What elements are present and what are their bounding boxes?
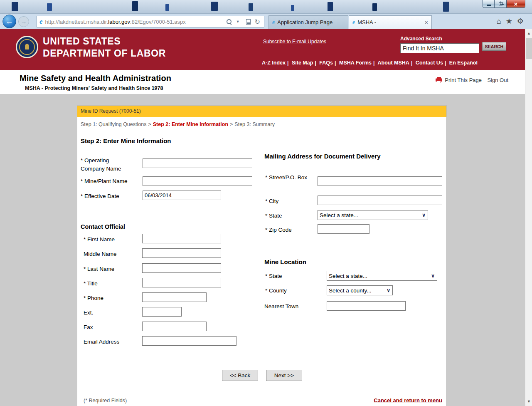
subscribe-updates-link[interactable]: Subscribe to E-mail Updates bbox=[263, 39, 326, 45]
tab-msha[interactable]: e MSHA - × bbox=[349, 15, 432, 29]
ext-label: Ext. bbox=[84, 309, 93, 317]
select-arrow-icon: ∨ bbox=[422, 212, 426, 218]
desktop-artifact bbox=[291, 5, 294, 11]
vertical-scrollbar[interactable]: ▲ ▼ bbox=[525, 29, 532, 406]
msha-subheader: Mine Safety and Health Administration MS… bbox=[0, 70, 525, 94]
desktop-artifact bbox=[47, 3, 52, 11]
mine-location-heading: Mine Location bbox=[264, 258, 306, 265]
page-title: Mine Safety and Health Administration bbox=[20, 74, 171, 83]
first-name-input[interactable] bbox=[142, 234, 221, 243]
select-arrow-icon: ∨ bbox=[431, 273, 435, 279]
minimize-button[interactable] bbox=[483, 0, 495, 8]
city-input[interactable] bbox=[318, 196, 442, 205]
address-bar[interactable]: e http://lakdnettest.msha.dir.labor.gov:… bbox=[37, 16, 264, 27]
search-icon bbox=[227, 19, 232, 25]
effective-date-input[interactable] bbox=[143, 191, 221, 200]
nav-link-faqs[interactable]: FAQs bbox=[319, 60, 333, 66]
agency-line2: DEPARTMENT OF LABOR bbox=[43, 47, 166, 59]
refresh-button[interactable]: ↻ bbox=[253, 18, 262, 26]
ext-input[interactable] bbox=[142, 307, 182, 317]
tools-button[interactable]: ⚙ bbox=[517, 17, 524, 25]
ie-tab-icon: e bbox=[352, 19, 355, 26]
operating-company-input[interactable] bbox=[143, 158, 252, 168]
county-select[interactable]: Select a county... ∨ bbox=[327, 285, 393, 295]
close-icon: × bbox=[514, 0, 518, 7]
browser-chrome: ← → e http://lakdnettest.msha.dir.labor.… bbox=[0, 14, 532, 29]
msha-search-input[interactable] bbox=[400, 43, 479, 53]
location-state-label: * State bbox=[265, 272, 282, 280]
first-name-label: * First Name bbox=[84, 235, 115, 244]
title-input[interactable] bbox=[142, 278, 221, 287]
masthead-nav: A-Z Index| Site Map| FAQs| MSHA Forms| A… bbox=[262, 60, 500, 66]
cancel-return-link[interactable]: Cancel and return to menu bbox=[374, 397, 442, 404]
email-address-input[interactable] bbox=[142, 336, 236, 346]
nav-link-contact-us[interactable]: Contact Us bbox=[416, 60, 443, 66]
county-label: * County bbox=[265, 287, 287, 295]
advanced-search-link[interactable]: Advanced Search bbox=[400, 36, 442, 42]
last-name-input[interactable] bbox=[142, 263, 221, 273]
address-dropdown-button[interactable]: ▼ bbox=[234, 20, 242, 24]
compatibility-icon bbox=[246, 19, 251, 25]
home-icon: ⌂ bbox=[497, 17, 501, 25]
close-button[interactable]: × bbox=[507, 0, 525, 8]
nav-separator: | bbox=[286, 60, 291, 66]
middle-name-input[interactable] bbox=[142, 248, 221, 258]
nearest-town-label: Nearest Town bbox=[264, 302, 298, 311]
fax-input[interactable] bbox=[142, 322, 207, 331]
zip-code-input[interactable] bbox=[318, 224, 369, 234]
url-suffix: :82/Egov/7000-51.aspx bbox=[130, 19, 186, 25]
last-name-label: * Last Name bbox=[84, 265, 114, 273]
window-controls: × bbox=[483, 0, 525, 8]
nav-separator: | bbox=[372, 60, 377, 66]
scrollbar-thumb[interactable] bbox=[526, 38, 532, 59]
forward-button[interactable]: → bbox=[18, 16, 29, 27]
home-button[interactable]: ⌂ bbox=[497, 17, 501, 25]
breadcrumb-separator: > bbox=[228, 121, 234, 127]
tab-application-jump-page[interactable]: e Application Jump Page bbox=[268, 15, 348, 29]
select-arrow-icon: ∨ bbox=[387, 287, 390, 293]
content-background: Mine ID Request (7000-51) Step 1: Qualif… bbox=[0, 94, 525, 406]
required-fields-note: (* Required Fields) bbox=[84, 398, 127, 404]
minimize-icon bbox=[487, 5, 491, 6]
phone-label: * Phone bbox=[84, 294, 103, 302]
back-button[interactable]: ← bbox=[2, 15, 16, 28]
street-label: * Street/P.O. Box bbox=[265, 172, 308, 183]
scroll-up-button[interactable]: ▲ bbox=[525, 30, 532, 37]
nav-link-site-map[interactable]: Site Map bbox=[292, 60, 313, 66]
desktop-artifact bbox=[132, 1, 138, 11]
refresh-icon: ↻ bbox=[255, 18, 260, 26]
nav-link-en-espanol[interactable]: En Español bbox=[449, 60, 478, 66]
nearest-town-input[interactable] bbox=[327, 301, 406, 311]
street-input[interactable] bbox=[318, 176, 442, 186]
msha-search-button[interactable]: SEARCH bbox=[482, 42, 506, 51]
email-address-label: Email Address bbox=[84, 338, 119, 346]
breadcrumb-step1[interactable]: Step 1: Qualifying Questions bbox=[81, 121, 146, 127]
breadcrumb-step2: Step 2: Enter Mine Information bbox=[153, 121, 228, 127]
nav-link-msha-forms[interactable]: MSHA Forms bbox=[339, 60, 372, 66]
back-step-button[interactable]: << Back bbox=[222, 370, 258, 381]
maximize-button[interactable] bbox=[495, 0, 507, 8]
favorites-button[interactable]: ★ bbox=[506, 17, 512, 25]
location-state-select[interactable]: Select a state... ∨ bbox=[327, 271, 437, 281]
scroll-down-button[interactable]: ▼ bbox=[525, 398, 532, 405]
compatibility-view-button[interactable] bbox=[244, 19, 253, 25]
address-search-button[interactable] bbox=[224, 19, 234, 25]
next-step-button[interactable]: Next >> bbox=[266, 370, 302, 381]
sign-out-link[interactable]: Sign Out bbox=[487, 77, 508, 83]
effective-date-label: * Effective Date bbox=[81, 192, 119, 201]
nav-link-about-msha[interactable]: About MSHA bbox=[378, 60, 409, 66]
divider bbox=[243, 18, 243, 25]
url-text[interactable]: http://lakdnettest.msha.dir.labor.gov:82… bbox=[45, 19, 224, 25]
nav-separator: | bbox=[333, 60, 338, 66]
print-page-link[interactable]: Print This Page bbox=[436, 77, 482, 83]
dol-masthead: UNITED STATES DEPARTMENT OF LABOR Subscr… bbox=[0, 29, 525, 70]
mailing-state-select[interactable]: Select a state... ∨ bbox=[318, 210, 428, 220]
nav-link-az-index[interactable]: A-Z Index bbox=[262, 60, 286, 66]
site-tagline: MSHA - Protecting Miners' Safety and Hea… bbox=[25, 85, 163, 91]
phone-input[interactable] bbox=[142, 292, 207, 302]
form-banner: Mine ID Request (7000-51) bbox=[77, 106, 446, 117]
nav-separator: | bbox=[313, 60, 318, 66]
mine-plant-input[interactable] bbox=[143, 176, 252, 186]
tab-close-icon[interactable]: × bbox=[425, 20, 428, 25]
window-titlebar: × bbox=[0, 0, 532, 14]
